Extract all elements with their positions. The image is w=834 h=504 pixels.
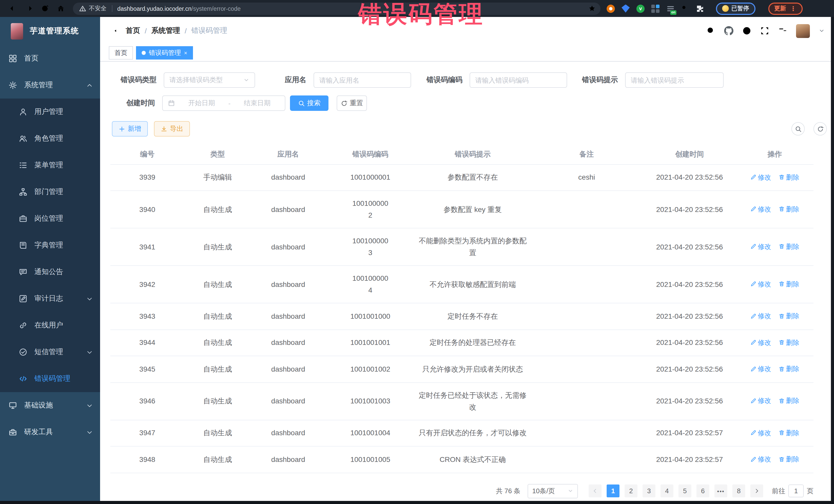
- edit-link-label: 修改: [758, 241, 771, 253]
- forward-icon[interactable]: [25, 4, 34, 13]
- edit-link[interactable]: 修改: [750, 427, 771, 439]
- cell-code: 100100000 2: [325, 191, 415, 228]
- delete-link[interactable]: 删除: [778, 427, 799, 439]
- github-icon[interactable]: [724, 26, 733, 36]
- edit-link[interactable]: 修改: [750, 278, 771, 290]
- export-button[interactable]: 导出: [154, 121, 190, 136]
- app-logo[interactable]: 芋道管理系统: [0, 17, 100, 45]
- help-icon[interactable]: [742, 26, 751, 36]
- page-button-2[interactable]: 2: [624, 484, 637, 497]
- update-button[interactable]: 更新 ⋮: [768, 2, 803, 15]
- sidebar-item-home[interactable]: 首页: [0, 45, 100, 72]
- search-icon[interactable]: [706, 26, 716, 36]
- sidebar-item-system[interactable]: 系统管理: [0, 72, 100, 98]
- more-pages-button[interactable]: •••: [715, 484, 727, 497]
- sidebar-item-menus[interactable]: 菜单管理: [0, 152, 100, 179]
- address-bar[interactable]: 不安全 dashboard.yudao.iocoder.cn /system/e…: [73, 2, 600, 15]
- blue-gem-icon[interactable]: [621, 4, 630, 13]
- delete-link[interactable]: 删除: [778, 336, 799, 348]
- delete-link-label: 删除: [786, 453, 799, 465]
- sidebar-item-posts[interactable]: 岗位管理: [0, 205, 100, 232]
- breadcrumb-item[interactable]: 首页: [126, 26, 140, 36]
- error-code-input[interactable]: [475, 76, 562, 84]
- close-tab-icon[interactable]: ×: [184, 50, 187, 56]
- menu-list-icon: [19, 161, 27, 169]
- page-button-6[interactable]: 6: [697, 484, 709, 497]
- font-size-icon[interactable]: [778, 26, 787, 36]
- cell-type: 自动生成: [184, 228, 251, 266]
- profile-chip[interactable]: 已暂停: [716, 2, 755, 15]
- url-host[interactable]: dashboard.yudao.iocoder.cn: [117, 5, 192, 12]
- error-message-input[interactable]: [631, 76, 718, 84]
- security-label[interactable]: 不安全: [89, 5, 107, 12]
- page-button-4[interactable]: 4: [660, 484, 673, 497]
- fullscreen-icon[interactable]: [760, 26, 769, 36]
- delete-link[interactable]: 删除: [778, 310, 799, 322]
- page-size-select[interactable]: 10条/页: [528, 484, 578, 498]
- reset-button[interactable]: 重置: [337, 95, 367, 111]
- sidebar-item-sms[interactable]: 短信管理: [0, 339, 100, 366]
- calendar-icon: [168, 100, 175, 107]
- sidebar-item-error-codes[interactable]: 错误码管理: [0, 366, 100, 392]
- reload-icon[interactable]: [41, 4, 49, 13]
- edit-link[interactable]: 修改: [750, 171, 771, 183]
- date-range-picker[interactable]: 开始日期 - 结束日期: [162, 95, 285, 111]
- tab-首页[interactable]: 首页: [109, 46, 133, 60]
- chevron-down-icon[interactable]: [819, 28, 825, 34]
- breadcrumb-item[interactable]: 系统管理: [151, 26, 180, 36]
- tab-错误码管理[interactable]: 错误码管理×: [136, 46, 193, 60]
- delete-link[interactable]: 删除: [778, 171, 799, 183]
- app-name-input[interactable]: [319, 76, 405, 84]
- sidebar-item-audit-log[interactable]: 审计日志: [0, 285, 100, 312]
- page-button-5[interactable]: 5: [679, 484, 691, 497]
- page-button-1[interactable]: 1: [607, 484, 619, 497]
- page-button-8[interactable]: 8: [732, 484, 745, 497]
- table-header-row: 编号类型应用名错误码编码错误码提示备注创建时间操作: [110, 145, 813, 164]
- prev-page-button[interactable]: [589, 484, 601, 497]
- url-path[interactable]: /system/error-code: [192, 5, 241, 12]
- edit-icon: [750, 174, 756, 180]
- sidebar-item-online-users[interactable]: 在线用户: [0, 312, 100, 339]
- edit-link[interactable]: 修改: [750, 363, 771, 375]
- delete-link[interactable]: 删除: [778, 241, 799, 253]
- sidebar-item-infrastructure[interactable]: 基础设施: [0, 392, 100, 419]
- reset-button-label: 重置: [350, 98, 363, 108]
- sidebar-item-departments[interactable]: 部门管理: [0, 179, 100, 205]
- edit-link[interactable]: 修改: [750, 241, 771, 253]
- error-type-select[interactable]: 请选择错误码类型: [164, 72, 255, 88]
- sidebar-item-users[interactable]: 用户管理: [0, 98, 100, 125]
- sidebar-item-roles[interactable]: 角色管理: [0, 125, 100, 152]
- kebab-menu-icon[interactable]: ⋮: [790, 5, 796, 12]
- home-icon[interactable]: [57, 4, 65, 13]
- page-button-3[interactable]: 3: [642, 484, 655, 497]
- edit-link[interactable]: 修改: [750, 336, 771, 348]
- show-search-button[interactable]: [791, 122, 805, 135]
- orange-gear-icon[interactable]: [607, 4, 615, 13]
- puzzle-icon[interactable]: [696, 4, 704, 13]
- next-page-button[interactable]: [750, 484, 763, 497]
- sidebar-item-dictionary[interactable]: 字典管理: [0, 232, 100, 259]
- delete-link[interactable]: 删除: [778, 278, 799, 290]
- edit-link[interactable]: 修改: [750, 395, 771, 407]
- sidebar-item-dev-tools[interactable]: 研发工具: [0, 419, 100, 445]
- delete-link[interactable]: 删除: [778, 395, 799, 407]
- bookmark-star-icon[interactable]: [588, 5, 596, 12]
- back-icon[interactable]: [9, 4, 18, 13]
- green-check-icon[interactable]: v: [636, 4, 644, 13]
- list-on-icon[interactable]: on: [666, 4, 674, 13]
- edit-link[interactable]: 修改: [750, 453, 771, 465]
- hamburger-icon[interactable]: [107, 26, 117, 36]
- search-button[interactable]: 搜索: [290, 95, 328, 111]
- edit-link[interactable]: 修改: [750, 203, 771, 215]
- refresh-table-button[interactable]: [813, 122, 827, 135]
- sidebar-item-notices[interactable]: 通知公告: [0, 259, 100, 285]
- edit-link[interactable]: 修改: [750, 310, 771, 322]
- add-button[interactable]: 新增: [112, 121, 148, 136]
- grid-icon[interactable]: [651, 4, 659, 13]
- goto-page-input[interactable]: [788, 484, 804, 497]
- delete-link[interactable]: 删除: [778, 203, 799, 215]
- green-key-icon[interactable]: [681, 4, 689, 13]
- delete-link[interactable]: 删除: [778, 363, 799, 375]
- delete-link[interactable]: 删除: [778, 453, 799, 465]
- user-avatar[interactable]: [796, 24, 810, 38]
